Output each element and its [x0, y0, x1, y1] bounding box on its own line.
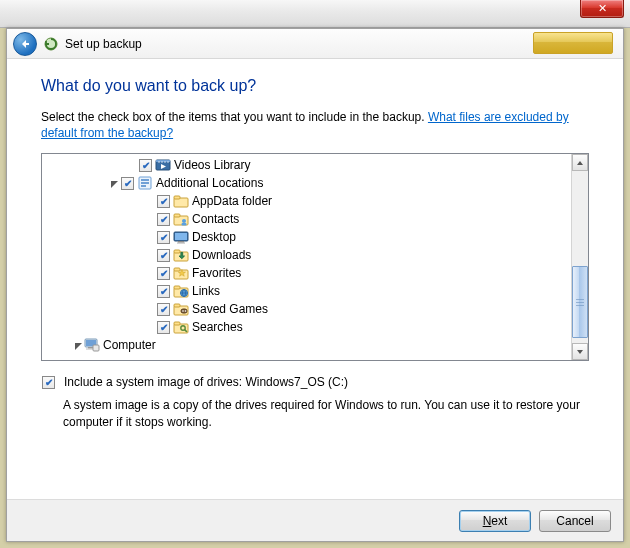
tree-checkbox[interactable]: ✔ — [157, 321, 170, 334]
tree-row[interactable]: ✔Additional Locations — [42, 174, 571, 192]
svg-rect-23 — [174, 250, 180, 253]
tree-item-label: Saved Games — [192, 302, 268, 316]
footer: Next Cancel — [7, 499, 623, 541]
tree-checkbox[interactable]: ✔ — [121, 177, 134, 190]
system-image-label: Include a system image of drives: Window… — [64, 375, 348, 389]
window-title: Set up backup — [65, 37, 142, 51]
cancel-button[interactable]: Cancel — [539, 510, 611, 532]
next-button[interactable]: Next — [459, 510, 531, 532]
tree-expander[interactable] — [72, 339, 84, 351]
next-accelerator: N — [483, 514, 492, 528]
tree-row[interactable]: ✔Desktop — [42, 228, 571, 246]
window-header: Set up backup — [7, 29, 623, 59]
tree-row[interactable]: Computer — [42, 336, 571, 354]
tree-row[interactable]: ✔AppData folder — [42, 192, 571, 210]
svg-point-16 — [182, 219, 186, 223]
tree-expander-placeholder — [144, 195, 156, 207]
tree-checkbox[interactable]: ✔ — [157, 303, 170, 316]
scroll-down-button[interactable] — [572, 343, 588, 360]
tree-expander-placeholder — [144, 303, 156, 315]
tree-expander-placeholder — [144, 267, 156, 279]
tree-expander-placeholder — [144, 249, 156, 261]
tree-expander-placeholder — [144, 231, 156, 243]
tree-item-label: Downloads — [192, 248, 251, 262]
svg-rect-21 — [177, 243, 185, 244]
instruction-prefix: Select the check box of the items that y… — [41, 110, 428, 124]
next-label-rest: ext — [491, 514, 507, 528]
tree-expander[interactable] — [108, 177, 120, 189]
svg-rect-11 — [141, 185, 146, 187]
svg-point-5 — [164, 162, 165, 163]
svg-point-4 — [161, 162, 162, 163]
tree-expander-placeholder — [144, 321, 156, 333]
system-image-description: A system image is a copy of the drives r… — [63, 397, 589, 429]
back-arrow-icon — [19, 38, 31, 50]
tree-row[interactable]: ✔Searches — [42, 318, 571, 336]
svg-rect-10 — [141, 182, 149, 184]
svg-rect-28 — [174, 286, 180, 289]
svg-rect-20 — [178, 241, 184, 243]
links-icon — [173, 283, 189, 299]
scroll-up-button[interactable] — [572, 154, 588, 171]
tree-item-label: Contacts — [192, 212, 239, 226]
obscured-header-button[interactable] — [533, 32, 613, 54]
tree-checkbox[interactable]: ✔ — [157, 213, 170, 226]
tree-item-label: Links — [192, 284, 220, 298]
tree-item-label: Desktop — [192, 230, 236, 244]
tree-scrollbar[interactable] — [571, 154, 588, 360]
scroll-thumb[interactable] — [572, 266, 588, 338]
tree-checkbox[interactable]: ✔ — [157, 195, 170, 208]
tree-row[interactable]: ✔Contacts — [42, 210, 571, 228]
location-icon — [137, 175, 153, 191]
desktop-icon — [173, 229, 189, 245]
tree-checkbox[interactable]: ✔ — [157, 249, 170, 262]
page-heading: What do you want to back up? — [41, 77, 589, 95]
computer-icon — [84, 337, 100, 353]
video-library-icon — [155, 157, 171, 173]
svg-point-6 — [167, 162, 168, 163]
tree-row[interactable]: ✔Videos Library — [42, 156, 571, 174]
tree-item-label: AppData folder — [192, 194, 272, 208]
downloads-icon — [173, 247, 189, 263]
tree-row[interactable]: ✔Saved Games — [42, 300, 571, 318]
tree-checkbox[interactable]: ✔ — [139, 159, 152, 172]
svg-rect-17 — [182, 223, 187, 226]
folder-icon — [173, 193, 189, 209]
tree-item-label: Additional Locations — [156, 176, 263, 190]
tree-body[interactable]: ✔Videos Library✔Additional Locations✔App… — [42, 154, 571, 360]
tree-checkbox[interactable]: ✔ — [157, 267, 170, 280]
scroll-track[interactable] — [572, 171, 588, 343]
tree-expander-placeholder — [144, 285, 156, 297]
svg-point-35 — [182, 311, 184, 313]
tree-item-label: Videos Library — [174, 158, 251, 172]
close-icon: ✕ — [598, 2, 607, 14]
savedgames-icon — [173, 301, 189, 317]
tree-expander-placeholder — [144, 213, 156, 225]
svg-point-36 — [185, 311, 187, 313]
system-image-option: ✔ Include a system image of drives: Wind… — [41, 375, 589, 389]
tree-row[interactable]: ✔Downloads — [42, 246, 571, 264]
titlebar: ✕ — [0, 0, 630, 28]
back-button[interactable] — [13, 32, 37, 56]
svg-rect-45 — [93, 345, 99, 351]
close-button[interactable]: ✕ — [580, 0, 624, 18]
tree-checkbox[interactable]: ✔ — [157, 285, 170, 298]
wizard-window: Set up backup What do you want to back u… — [6, 28, 624, 542]
system-image-checkbox[interactable]: ✔ — [42, 376, 55, 389]
svg-rect-25 — [174, 268, 180, 271]
tree-row[interactable]: ✔Links — [42, 282, 571, 300]
tree-checkbox[interactable]: ✔ — [157, 231, 170, 244]
svg-rect-33 — [174, 304, 180, 307]
svg-rect-13 — [174, 196, 180, 199]
svg-rect-19 — [175, 233, 187, 240]
tree-expander-placeholder — [126, 159, 138, 171]
contacts-icon — [173, 211, 189, 227]
tree-item-label: Computer — [103, 338, 156, 352]
tree-item-label: Searches — [192, 320, 243, 334]
backup-icon — [43, 36, 59, 52]
svg-rect-38 — [174, 322, 180, 325]
instruction-text: Select the check box of the items that y… — [41, 109, 589, 141]
tree-row[interactable]: ✔Favorites — [42, 264, 571, 282]
svg-rect-15 — [174, 214, 180, 217]
tree-item-label: Favorites — [192, 266, 241, 280]
